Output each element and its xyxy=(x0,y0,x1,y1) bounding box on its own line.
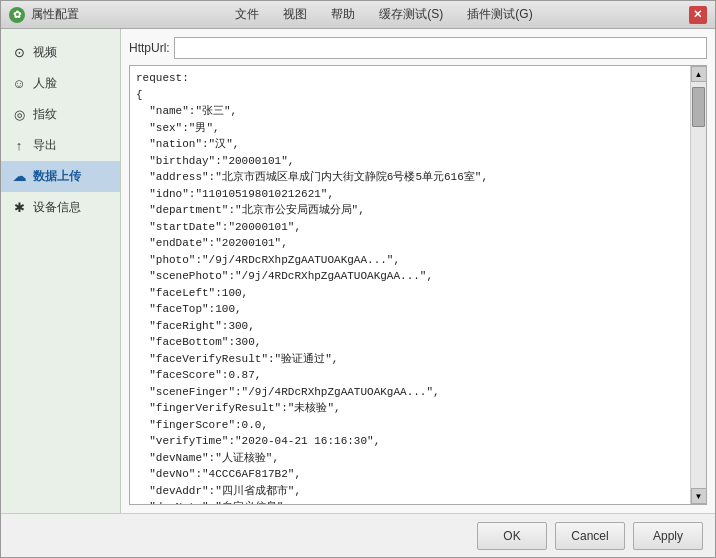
sidebar-item-export[interactable]: ↑ 导出 xyxy=(1,130,120,161)
main-content: ⊙ 视频 ☺ 人脸 ◎ 指纹 ↑ 导出 ☁ 数据上传 ✱ 设备信息 xyxy=(1,29,715,513)
title-bar-left: ✿ 属性配置 xyxy=(9,6,79,23)
sidebar: ⊙ 视频 ☺ 人脸 ◎ 指纹 ↑ 导出 ☁ 数据上传 ✱ 设备信息 xyxy=(1,29,121,513)
menu-file[interactable]: 文件 xyxy=(231,4,263,25)
menu-bar: 文件 视图 帮助 缓存测试(S) 插件测试(G) xyxy=(231,4,536,25)
scrollbar-thumb[interactable] xyxy=(692,87,705,127)
sidebar-label-upload: 数据上传 xyxy=(33,168,81,185)
video-icon: ⊙ xyxy=(11,45,27,61)
menu-plugin-test[interactable]: 插件测试(G) xyxy=(463,4,536,25)
device-info-icon: ✱ xyxy=(11,200,27,216)
main-window: ✿ 属性配置 文件 视图 帮助 缓存测试(S) 插件测试(G) ✕ ⊙ 视频 ☺… xyxy=(0,0,716,558)
menu-view[interactable]: 视图 xyxy=(279,4,311,25)
footer: OK Cancel Apply xyxy=(1,513,715,557)
sidebar-label-device-info: 设备信息 xyxy=(33,199,81,216)
cancel-button[interactable]: Cancel xyxy=(555,522,625,550)
scroll-down-button[interactable]: ▼ xyxy=(691,488,707,504)
sidebar-item-face[interactable]: ☺ 人脸 xyxy=(1,68,120,99)
export-icon: ↑ xyxy=(11,138,27,154)
app-icon: ✿ xyxy=(9,7,25,23)
window-title: 属性配置 xyxy=(31,6,79,23)
sidebar-label-fingerprint: 指纹 xyxy=(33,106,57,123)
code-area-wrapper: request: { "name":"张三", "sex":"男", "nati… xyxy=(129,65,707,505)
sidebar-label-export: 导出 xyxy=(33,137,57,154)
sidebar-label-face: 人脸 xyxy=(33,75,57,92)
fingerprint-icon: ◎ xyxy=(11,107,27,123)
ok-button[interactable]: OK xyxy=(477,522,547,550)
menu-help[interactable]: 帮助 xyxy=(327,4,359,25)
url-input[interactable] xyxy=(174,37,707,59)
code-area[interactable]: request: { "name":"张三", "sex":"男", "nati… xyxy=(130,66,690,504)
sidebar-item-device-info[interactable]: ✱ 设备信息 xyxy=(1,192,120,223)
sidebar-label-video: 视频 xyxy=(33,44,57,61)
url-bar: HttpUrl: xyxy=(129,37,707,59)
scrollbar: ▲ ▼ xyxy=(690,66,706,504)
sidebar-item-video[interactable]: ⊙ 视频 xyxy=(1,37,120,68)
scroll-up-button[interactable]: ▲ xyxy=(691,66,707,82)
scrollbar-thumb-area xyxy=(691,82,706,488)
close-button[interactable]: ✕ xyxy=(689,6,707,24)
sidebar-item-fingerprint[interactable]: ◎ 指纹 xyxy=(1,99,120,130)
apply-button[interactable]: Apply xyxy=(633,522,703,550)
sidebar-item-upload[interactable]: ☁ 数据上传 xyxy=(1,161,120,192)
upload-icon: ☁ xyxy=(11,169,27,185)
right-panel: HttpUrl: request: { "name":"张三", "sex":"… xyxy=(121,29,715,513)
menu-cache-test[interactable]: 缓存测试(S) xyxy=(375,4,447,25)
url-label: HttpUrl: xyxy=(129,41,170,55)
title-bar: ✿ 属性配置 文件 视图 帮助 缓存测试(S) 插件测试(G) ✕ xyxy=(1,1,715,29)
face-icon: ☺ xyxy=(11,76,27,92)
